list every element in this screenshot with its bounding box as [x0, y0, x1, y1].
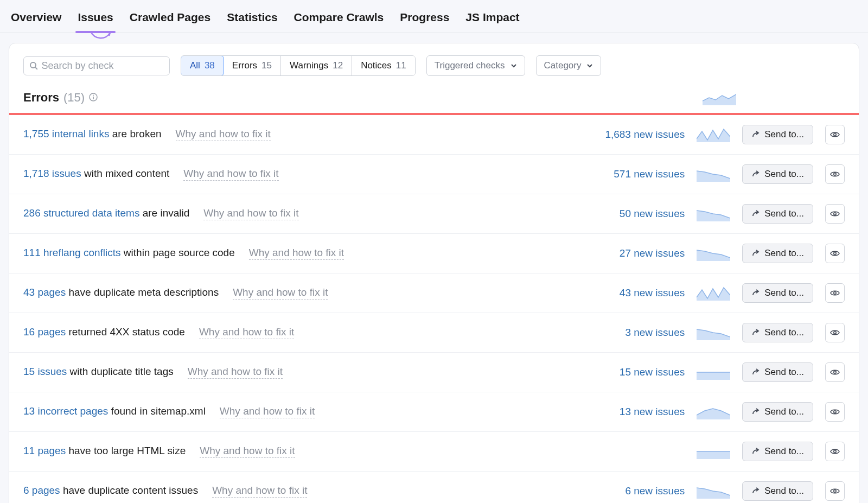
search-input[interactable] [42, 60, 164, 72]
issue-link[interactable]: 1,718 issues [23, 168, 81, 179]
new-issues-link[interactable]: 571 new issues [598, 168, 685, 180]
send-to-button[interactable]: Send to... [742, 244, 813, 263]
share-arrow-icon [751, 289, 760, 297]
triggered-checks-dropdown[interactable]: Triggered checks [426, 55, 525, 76]
issue-description: 11 pages have too large HTML sizeWhy and… [23, 445, 586, 458]
filter-seg-errors[interactable]: Errors15 [224, 56, 281, 75]
issue-row: 15 issues with duplicate title tagsWhy a… [9, 353, 859, 392]
issue-link[interactable]: 13 incorrect pages [23, 405, 108, 417]
hide-button[interactable] [825, 244, 845, 263]
hide-button[interactable] [825, 362, 845, 382]
issue-link[interactable]: 1,755 internal links [23, 128, 109, 139]
eye-icon [829, 288, 840, 298]
section-header: Errors (15) [9, 87, 859, 113]
nav-tab-compare-crawls[interactable]: Compare Crawls [292, 5, 386, 33]
issue-link[interactable]: 286 structured data items [23, 207, 139, 219]
issue-description: 16 pages returned 4XX status codeWhy and… [23, 326, 586, 339]
nav-tab-overview[interactable]: Overview [9, 5, 63, 33]
filter-seg-all[interactable]: All38 [181, 55, 224, 76]
why-and-how-link[interactable]: Why and how to fix it [212, 485, 307, 498]
sparkline [697, 365, 730, 380]
issue-text: within page source code [124, 247, 235, 258]
eye-icon [829, 327, 840, 338]
search-input-wrapper[interactable] [23, 56, 170, 75]
share-arrow-icon [751, 249, 760, 258]
toolbar: All38Errors15Warnings12Notices11 Trigger… [9, 55, 859, 87]
issue-row: 43 pages have duplicate meta description… [9, 273, 859, 313]
section-sparkline [703, 90, 736, 105]
category-dropdown[interactable]: Category [536, 55, 602, 76]
issue-link[interactable]: 43 pages [23, 286, 66, 298]
hide-button[interactable] [825, 442, 845, 461]
share-arrow-icon [751, 487, 760, 495]
issue-link[interactable]: 6 pages [23, 485, 60, 496]
nav-tab-statistics[interactable]: Statistics [225, 5, 279, 33]
new-issues-link[interactable]: 50 new issues [598, 208, 685, 220]
filter-segmented-control: All38Errors15Warnings12Notices11 [181, 55, 416, 76]
new-issues-link[interactable]: 15 new issues [598, 366, 685, 378]
sparkline [697, 167, 730, 182]
section-title: Errors [23, 91, 59, 105]
new-issues-link[interactable]: 27 new issues [598, 247, 685, 259]
send-to-button[interactable]: Send to... [742, 323, 813, 342]
why-and-how-link[interactable]: Why and how to fix it [220, 405, 315, 418]
filter-label: Notices [361, 60, 392, 71]
send-to-button[interactable]: Send to... [742, 362, 813, 382]
new-issues-link[interactable]: 1,683 new issues [598, 129, 685, 141]
send-to-label: Send to... [764, 406, 804, 417]
hide-button[interactable] [825, 402, 845, 422]
send-to-label: Send to... [764, 169, 804, 180]
send-to-button[interactable]: Send to... [742, 283, 813, 303]
send-to-button[interactable]: Send to... [742, 164, 813, 184]
why-and-how-link[interactable]: Why and how to fix it [233, 286, 328, 300]
nav-tab-progress[interactable]: Progress [398, 5, 451, 33]
why-and-how-link[interactable]: Why and how to fix it [203, 207, 298, 220]
why-and-how-link[interactable]: Why and how to fix it [176, 128, 271, 141]
filter-count: 12 [333, 60, 343, 71]
new-issues-link[interactable]: 43 new issues [598, 287, 685, 299]
eye-icon [829, 208, 840, 219]
hide-button[interactable] [825, 204, 845, 224]
issue-link[interactable]: 15 issues [23, 366, 67, 377]
svg-line-1 [35, 67, 37, 69]
nav-tab-crawled-pages[interactable]: Crawled Pages [127, 5, 213, 33]
send-to-button[interactable]: Send to... [742, 442, 813, 461]
send-to-label: Send to... [764, 367, 804, 378]
issue-description: 1,755 internal links are brokenWhy and h… [23, 128, 586, 141]
new-issues-link[interactable]: 6 new issues [598, 485, 685, 497]
new-issues-link[interactable]: 13 new issues [598, 406, 685, 418]
send-to-button[interactable]: Send to... [742, 481, 813, 501]
search-icon [29, 61, 37, 70]
issue-row: 6 pages have duplicate content issuesWhy… [9, 472, 859, 503]
why-and-how-link[interactable]: Why and how to fix it [199, 326, 294, 339]
issue-row: 16 pages returned 4XX status codeWhy and… [9, 313, 859, 353]
top-nav: OverviewIssuesCrawled PagesStatisticsCom… [0, 0, 868, 33]
hide-button[interactable] [825, 164, 845, 184]
send-to-label: Send to... [764, 208, 804, 219]
filter-seg-notices[interactable]: Notices11 [352, 56, 415, 75]
issue-link[interactable]: 111 hreflang conflicts [23, 247, 121, 258]
send-to-button[interactable]: Send to... [742, 402, 813, 422]
filter-seg-warnings[interactable]: Warnings12 [281, 56, 352, 75]
issue-link[interactable]: 11 pages [23, 445, 66, 456]
send-to-button[interactable]: Send to... [742, 125, 813, 144]
dropdown-label: Category [544, 60, 582, 71]
new-issues-link[interactable]: 3 new issues [598, 327, 685, 339]
why-and-how-link[interactable]: Why and how to fix it [183, 168, 278, 181]
hide-button[interactable] [825, 125, 845, 144]
filter-label: Errors [232, 60, 257, 71]
info-icon[interactable] [89, 91, 98, 105]
send-to-button[interactable]: Send to... [742, 204, 813, 224]
why-and-how-link[interactable]: Why and how to fix it [188, 366, 283, 379]
share-arrow-icon [751, 328, 760, 337]
why-and-how-link[interactable]: Why and how to fix it [249, 247, 344, 260]
issue-description: 13 incorrect pages found in sitemap.xmlW… [23, 405, 586, 418]
hide-button[interactable] [825, 283, 845, 303]
svg-point-12 [834, 411, 836, 413]
nav-tab-js-impact[interactable]: JS Impact [463, 5, 521, 33]
hide-button[interactable] [825, 323, 845, 342]
sparkline [697, 325, 730, 340]
issue-link[interactable]: 16 pages [23, 326, 66, 338]
hide-button[interactable] [825, 481, 845, 501]
why-and-how-link[interactable]: Why and how to fix it [200, 445, 295, 458]
